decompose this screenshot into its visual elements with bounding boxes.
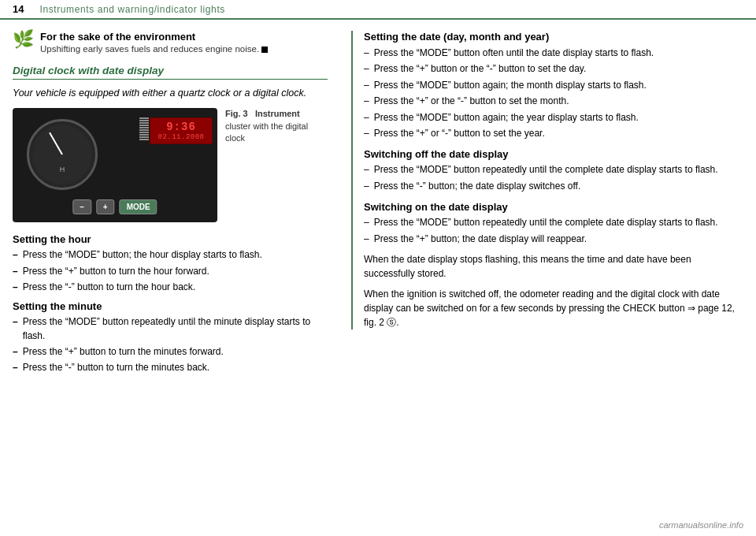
watermark: carmanualsonline.info — [659, 520, 743, 530]
left-column: 🌿 For the sake of the environment Upshif… — [13, 31, 328, 526]
speedo-needle — [49, 132, 63, 155]
switching-on-list: –Press the “MODE” button repeatedly unti… — [364, 216, 743, 246]
list-item: –Press the “-” button; the date display … — [364, 180, 743, 193]
stop-mark — [261, 47, 268, 53]
digital-date: 02.11.2008 — [154, 133, 208, 141]
setting-minute-heading: Setting the minute — [13, 300, 328, 312]
switching-off-heading: Switching off the date display — [364, 148, 743, 160]
speedo-h-label: H — [60, 166, 65, 173]
barcode-lines — [139, 117, 149, 149]
digital-time: 9:36 — [154, 121, 208, 133]
dashboard-image: H 9:36 02.11.2008 – + — [13, 108, 217, 222]
list-item: –Press the “+” or “-” button to set the … — [364, 127, 743, 140]
dash-controls: – + MODE — [72, 199, 157, 214]
environment-title: For the sake of the environment — [40, 31, 268, 43]
mode-button[interactable]: MODE — [120, 199, 158, 214]
setting-hour-list: –Press the “MODE” button; the hour displ… — [13, 248, 328, 294]
list-item: –Press the “+” button; the date display … — [364, 233, 743, 246]
page-title: Instruments and warning/indicator lights — [39, 4, 224, 15]
list-item: –Press the “MODE” button often until the… — [364, 47, 743, 60]
setting-date-list: –Press the “MODE” button often until the… — [364, 47, 743, 140]
note-2: When the ignition is switched off, the o… — [364, 287, 743, 329]
page-header: 14 Instruments and warning/indicator lig… — [0, 0, 756, 20]
page-number: 14 — [13, 3, 24, 15]
minus-button[interactable]: – — [72, 199, 91, 214]
figure-label: Fig. 3 Instrument — [225, 109, 300, 118]
right-column: Setting the date (day, month and year) –… — [343, 31, 743, 526]
switching-on-heading: Switching on the date display — [364, 201, 743, 213]
setting-minute-list: –Press the “MODE” button repeatedly unti… — [13, 315, 328, 375]
switching-off-list: –Press the “MODE” button repeatedly unti… — [364, 163, 743, 193]
list-item: –Press the “-” button to turn the minute… — [13, 361, 328, 374]
environment-icon: 🌿 — [13, 29, 34, 50]
list-item: –Press the “MODE” button again; the year… — [364, 111, 743, 125]
digital-clock-heading: Digital clock with date display — [13, 65, 328, 80]
setting-hour-heading: Setting the hour — [13, 233, 328, 245]
setting-date-heading: Setting the date (day, month and year) — [364, 31, 743, 43]
environment-note: 🌿 For the sake of the environment Upshif… — [13, 31, 328, 54]
right-col-inner: Setting the date (day, month and year) –… — [351, 31, 743, 329]
list-item: –Press the “MODE” button again; the mont… — [364, 79, 743, 92]
list-item: –Press the “MODE” button repeatedly unti… — [13, 315, 328, 343]
speedometer: H — [27, 119, 98, 190]
digital-clock-intro: Your vehicle is equipped with either a q… — [13, 86, 328, 100]
note-1: When the date display stops flashing, th… — [364, 252, 743, 281]
digital-display: 9:36 02.11.2008 — [150, 117, 213, 144]
list-item: –Press the “MODE” button repeatedly unti… — [364, 163, 743, 177]
list-item: –Press the “MODE” button repeatedly unti… — [364, 216, 743, 229]
list-item: –Press the “-” button to turn the hour b… — [13, 281, 328, 294]
dashboard-container: H 9:36 02.11.2008 – + — [13, 108, 328, 222]
main-content: 🌿 For the sake of the environment Upshif… — [0, 20, 756, 534]
environment-subtitle: Upshifting early saves fuels and reduces… — [40, 44, 268, 54]
list-item: –Press the “MODE” button; the hour displ… — [13, 248, 328, 262]
list-item: –Press the “+” button to turn the minute… — [13, 345, 328, 359]
list-item: –Press the “+” button to turn the hour f… — [13, 265, 328, 278]
environment-text: For the sake of the environment Upshifti… — [40, 31, 268, 54]
list-item: –Press the “+” button or the “-” button … — [364, 62, 743, 76]
figure-caption: Fig. 3 Instrument cluster with the digit… — [225, 108, 328, 144]
plus-button[interactable]: + — [96, 199, 115, 214]
list-item: –Press the “+” or the “-” button to set … — [364, 95, 743, 108]
